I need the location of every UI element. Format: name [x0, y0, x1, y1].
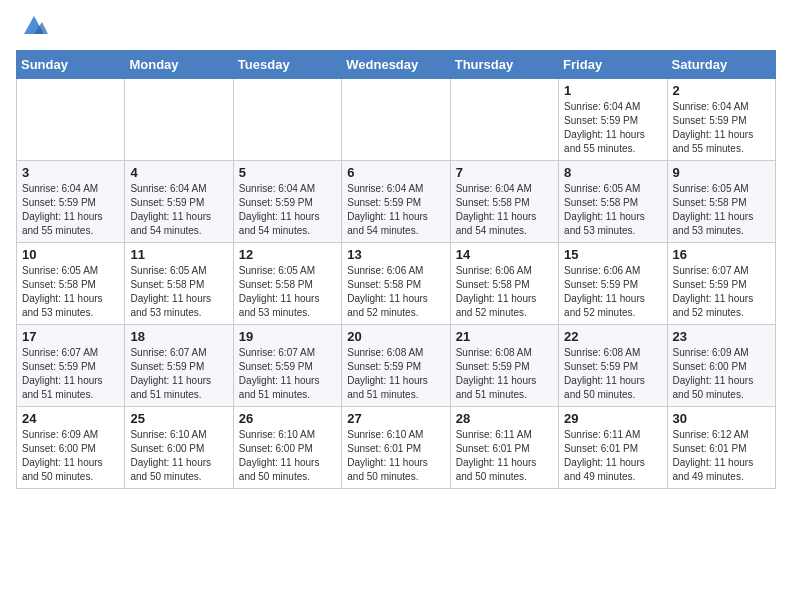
day-cell: 2Sunrise: 6:04 AM Sunset: 5:59 PM Daylig…: [667, 79, 775, 161]
day-cell: 19Sunrise: 6:07 AM Sunset: 5:59 PM Dayli…: [233, 325, 341, 407]
day-cell: 3Sunrise: 6:04 AM Sunset: 5:59 PM Daylig…: [17, 161, 125, 243]
day-number: 23: [673, 329, 770, 344]
weekday-friday: Friday: [559, 51, 667, 79]
day-number: 30: [673, 411, 770, 426]
day-cell: 14Sunrise: 6:06 AM Sunset: 5:58 PM Dayli…: [450, 243, 558, 325]
day-cell: 24Sunrise: 6:09 AM Sunset: 6:00 PM Dayli…: [17, 407, 125, 489]
day-number: 19: [239, 329, 336, 344]
week-row-1: 1Sunrise: 6:04 AM Sunset: 5:59 PM Daylig…: [17, 79, 776, 161]
day-info: Sunrise: 6:10 AM Sunset: 6:01 PM Dayligh…: [347, 428, 444, 484]
day-cell: 13Sunrise: 6:06 AM Sunset: 5:58 PM Dayli…: [342, 243, 450, 325]
day-info: Sunrise: 6:04 AM Sunset: 5:58 PM Dayligh…: [456, 182, 553, 238]
day-info: Sunrise: 6:05 AM Sunset: 5:58 PM Dayligh…: [239, 264, 336, 320]
day-number: 11: [130, 247, 227, 262]
day-cell: 10Sunrise: 6:05 AM Sunset: 5:58 PM Dayli…: [17, 243, 125, 325]
day-cell: 9Sunrise: 6:05 AM Sunset: 5:58 PM Daylig…: [667, 161, 775, 243]
day-info: Sunrise: 6:04 AM Sunset: 5:59 PM Dayligh…: [22, 182, 119, 238]
weekday-monday: Monday: [125, 51, 233, 79]
day-cell: 28Sunrise: 6:11 AM Sunset: 6:01 PM Dayli…: [450, 407, 558, 489]
day-cell: [125, 79, 233, 161]
day-info: Sunrise: 6:07 AM Sunset: 5:59 PM Dayligh…: [673, 264, 770, 320]
day-info: Sunrise: 6:08 AM Sunset: 5:59 PM Dayligh…: [564, 346, 661, 402]
weekday-thursday: Thursday: [450, 51, 558, 79]
day-number: 18: [130, 329, 227, 344]
day-info: Sunrise: 6:04 AM Sunset: 5:59 PM Dayligh…: [347, 182, 444, 238]
day-cell: 4Sunrise: 6:04 AM Sunset: 5:59 PM Daylig…: [125, 161, 233, 243]
day-number: 15: [564, 247, 661, 262]
day-cell: 7Sunrise: 6:04 AM Sunset: 5:58 PM Daylig…: [450, 161, 558, 243]
day-number: 6: [347, 165, 444, 180]
day-number: 16: [673, 247, 770, 262]
weekday-header-row: SundayMondayTuesdayWednesdayThursdayFrid…: [17, 51, 776, 79]
day-info: Sunrise: 6:06 AM Sunset: 5:58 PM Dayligh…: [456, 264, 553, 320]
day-cell: 11Sunrise: 6:05 AM Sunset: 5:58 PM Dayli…: [125, 243, 233, 325]
day-cell: 26Sunrise: 6:10 AM Sunset: 6:00 PM Dayli…: [233, 407, 341, 489]
day-number: 27: [347, 411, 444, 426]
day-number: 14: [456, 247, 553, 262]
day-info: Sunrise: 6:05 AM Sunset: 5:58 PM Dayligh…: [22, 264, 119, 320]
day-cell: [342, 79, 450, 161]
day-info: Sunrise: 6:07 AM Sunset: 5:59 PM Dayligh…: [130, 346, 227, 402]
calendar: SundayMondayTuesdayWednesdayThursdayFrid…: [16, 50, 776, 489]
day-info: Sunrise: 6:09 AM Sunset: 6:00 PM Dayligh…: [22, 428, 119, 484]
day-cell: 21Sunrise: 6:08 AM Sunset: 5:59 PM Dayli…: [450, 325, 558, 407]
day-info: Sunrise: 6:05 AM Sunset: 5:58 PM Dayligh…: [673, 182, 770, 238]
weekday-tuesday: Tuesday: [233, 51, 341, 79]
day-info: Sunrise: 6:08 AM Sunset: 5:59 PM Dayligh…: [347, 346, 444, 402]
day-info: Sunrise: 6:11 AM Sunset: 6:01 PM Dayligh…: [456, 428, 553, 484]
day-number: 4: [130, 165, 227, 180]
day-number: 22: [564, 329, 661, 344]
day-number: 2: [673, 83, 770, 98]
page-header: [16, 16, 776, 40]
day-cell: [17, 79, 125, 161]
day-info: Sunrise: 6:10 AM Sunset: 6:00 PM Dayligh…: [239, 428, 336, 484]
day-info: Sunrise: 6:11 AM Sunset: 6:01 PM Dayligh…: [564, 428, 661, 484]
weekday-saturday: Saturday: [667, 51, 775, 79]
day-cell: 1Sunrise: 6:04 AM Sunset: 5:59 PM Daylig…: [559, 79, 667, 161]
day-cell: 20Sunrise: 6:08 AM Sunset: 5:59 PM Dayli…: [342, 325, 450, 407]
day-cell: 22Sunrise: 6:08 AM Sunset: 5:59 PM Dayli…: [559, 325, 667, 407]
day-cell: 5Sunrise: 6:04 AM Sunset: 5:59 PM Daylig…: [233, 161, 341, 243]
day-info: Sunrise: 6:10 AM Sunset: 6:00 PM Dayligh…: [130, 428, 227, 484]
day-number: 24: [22, 411, 119, 426]
day-cell: 8Sunrise: 6:05 AM Sunset: 5:58 PM Daylig…: [559, 161, 667, 243]
weekday-sunday: Sunday: [17, 51, 125, 79]
day-number: 29: [564, 411, 661, 426]
day-number: 21: [456, 329, 553, 344]
day-cell: 18Sunrise: 6:07 AM Sunset: 5:59 PM Dayli…: [125, 325, 233, 407]
day-cell: 17Sunrise: 6:07 AM Sunset: 5:59 PM Dayli…: [17, 325, 125, 407]
day-cell: 6Sunrise: 6:04 AM Sunset: 5:59 PM Daylig…: [342, 161, 450, 243]
week-row-4: 17Sunrise: 6:07 AM Sunset: 5:59 PM Dayli…: [17, 325, 776, 407]
day-cell: 23Sunrise: 6:09 AM Sunset: 6:00 PM Dayli…: [667, 325, 775, 407]
day-number: 8: [564, 165, 661, 180]
day-info: Sunrise: 6:05 AM Sunset: 5:58 PM Dayligh…: [564, 182, 661, 238]
day-number: 7: [456, 165, 553, 180]
day-cell: [450, 79, 558, 161]
day-number: 12: [239, 247, 336, 262]
day-cell: 30Sunrise: 6:12 AM Sunset: 6:01 PM Dayli…: [667, 407, 775, 489]
day-info: Sunrise: 6:04 AM Sunset: 5:59 PM Dayligh…: [673, 100, 770, 156]
week-row-5: 24Sunrise: 6:09 AM Sunset: 6:00 PM Dayli…: [17, 407, 776, 489]
day-number: 20: [347, 329, 444, 344]
day-info: Sunrise: 6:07 AM Sunset: 5:59 PM Dayligh…: [22, 346, 119, 402]
day-number: 17: [22, 329, 119, 344]
week-row-3: 10Sunrise: 6:05 AM Sunset: 5:58 PM Dayli…: [17, 243, 776, 325]
day-info: Sunrise: 6:07 AM Sunset: 5:59 PM Dayligh…: [239, 346, 336, 402]
day-number: 9: [673, 165, 770, 180]
day-number: 3: [22, 165, 119, 180]
day-info: Sunrise: 6:04 AM Sunset: 5:59 PM Dayligh…: [130, 182, 227, 238]
day-info: Sunrise: 6:06 AM Sunset: 5:59 PM Dayligh…: [564, 264, 661, 320]
day-number: 28: [456, 411, 553, 426]
day-number: 1: [564, 83, 661, 98]
day-cell: 25Sunrise: 6:10 AM Sunset: 6:00 PM Dayli…: [125, 407, 233, 489]
day-info: Sunrise: 6:04 AM Sunset: 5:59 PM Dayligh…: [564, 100, 661, 156]
day-cell: [233, 79, 341, 161]
day-cell: 15Sunrise: 6:06 AM Sunset: 5:59 PM Dayli…: [559, 243, 667, 325]
day-number: 25: [130, 411, 227, 426]
day-cell: 29Sunrise: 6:11 AM Sunset: 6:01 PM Dayli…: [559, 407, 667, 489]
day-info: Sunrise: 6:08 AM Sunset: 5:59 PM Dayligh…: [456, 346, 553, 402]
logo-icon: [20, 12, 48, 40]
day-cell: 27Sunrise: 6:10 AM Sunset: 6:01 PM Dayli…: [342, 407, 450, 489]
day-number: 10: [22, 247, 119, 262]
week-row-2: 3Sunrise: 6:04 AM Sunset: 5:59 PM Daylig…: [17, 161, 776, 243]
